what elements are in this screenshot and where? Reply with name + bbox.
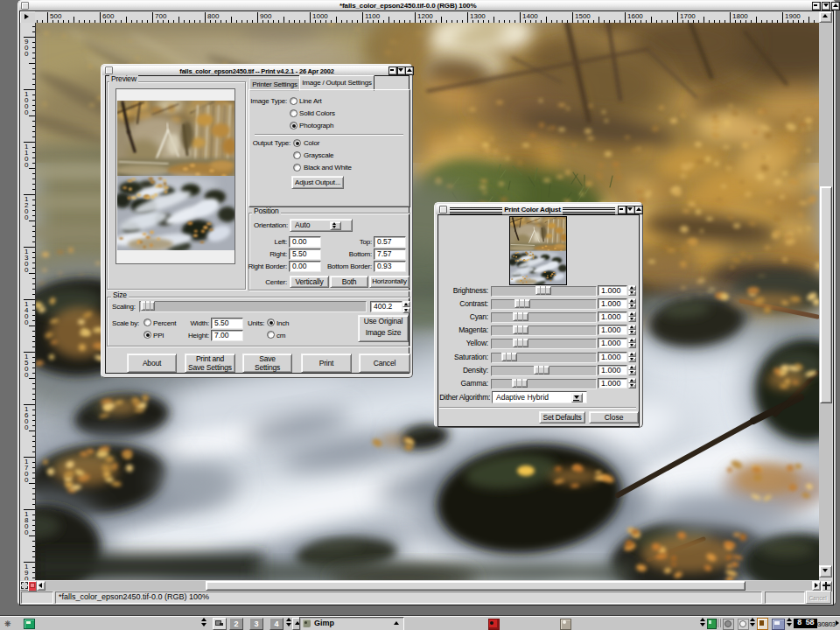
svg-text:500: 500 bbox=[50, 12, 62, 20]
svg-text:1700: 1700 bbox=[680, 12, 696, 20]
svg-text:1800: 1800 bbox=[732, 12, 748, 20]
svg-text:0: 0 bbox=[24, 161, 29, 169]
svg-text:0: 0 bbox=[24, 476, 29, 484]
svg-text:0: 0 bbox=[24, 371, 29, 379]
svg-text:800: 800 bbox=[207, 12, 220, 20]
svg-text:700: 700 bbox=[155, 12, 167, 20]
svg-text:0: 0 bbox=[24, 50, 29, 58]
svg-text:1600: 1600 bbox=[627, 12, 643, 20]
svg-text:0: 0 bbox=[24, 575, 29, 580]
svg-text:0: 0 bbox=[24, 108, 29, 116]
svg-text:0: 0 bbox=[24, 214, 29, 221]
svg-text:0: 0 bbox=[24, 424, 29, 431]
svg-text:0: 0 bbox=[24, 528, 29, 536]
svg-text:1500: 1500 bbox=[575, 12, 591, 20]
svg-text:600: 600 bbox=[102, 12, 115, 20]
svg-text:1400: 1400 bbox=[522, 12, 538, 20]
svg-text:1900: 1900 bbox=[785, 12, 801, 20]
svg-text:1300: 1300 bbox=[470, 12, 486, 20]
svg-text:1200: 1200 bbox=[417, 12, 433, 20]
svg-text:0: 0 bbox=[24, 318, 29, 326]
svg-text:900: 900 bbox=[260, 12, 272, 20]
svg-text:1000: 1000 bbox=[312, 12, 328, 20]
svg-text:0: 0 bbox=[24, 266, 29, 274]
svg-text:1100: 1100 bbox=[365, 12, 381, 20]
